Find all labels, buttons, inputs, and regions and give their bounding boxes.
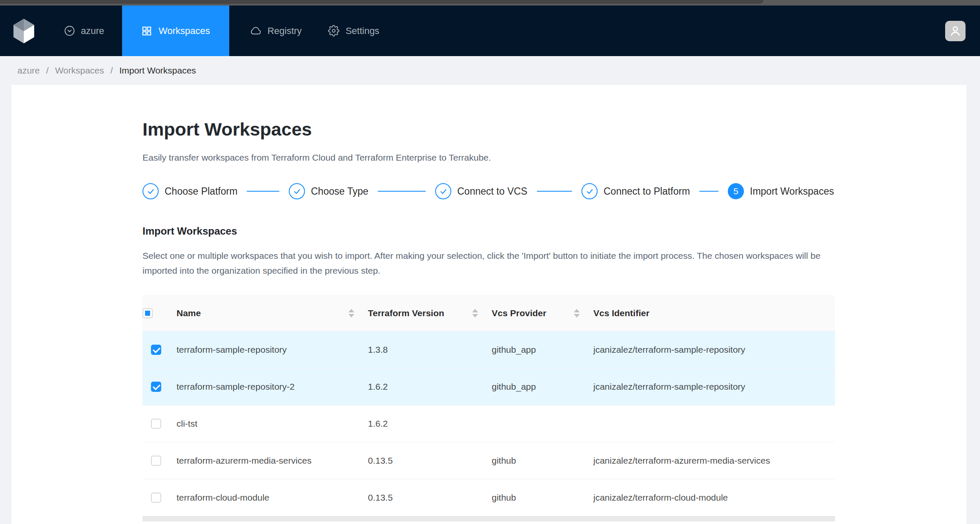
registry-cloud-icon xyxy=(250,25,262,37)
step-connect-to-vcs[interactable]: Connect to VCS xyxy=(435,183,581,199)
breadcrumb-separator: / xyxy=(111,65,113,76)
nav-tab-workspaces[interactable]: Workspaces xyxy=(122,6,229,56)
row-checkbox[interactable] xyxy=(151,456,161,466)
cell-vcs-provider: github_app xyxy=(485,345,587,355)
step-check-icon xyxy=(435,183,451,199)
section-description: Select one or multiple workspaces that y… xyxy=(142,248,835,278)
cell-vcs-identifier: jcanizalez/terraform-azurerm-media-servi… xyxy=(587,456,835,466)
select-all-checkbox-cell xyxy=(142,295,170,331)
nav-tab-settings-label: Settings xyxy=(345,25,379,37)
cell-terraform-version: 1.6.2 xyxy=(361,382,485,392)
org-name: azure xyxy=(81,25,104,37)
step-choose-platform[interactable]: Choose Platform xyxy=(142,183,289,199)
page-title: Import Workspaces xyxy=(142,118,835,140)
user-avatar-button[interactable] xyxy=(945,21,966,41)
org-switcher[interactable]: azure xyxy=(60,6,108,56)
page-subtitle: Easily transfer workspaces from Terrafor… xyxy=(142,151,835,164)
step-label: Import Workspaces xyxy=(750,186,834,197)
cell-vcs-provider: github xyxy=(485,456,587,466)
cell-vcs-identifier: jcanizalez/terraform-sample-repository xyxy=(587,345,835,355)
cell-name: terraform-sample-repository xyxy=(170,345,361,355)
column-header-vcs-identifier: Vcs Identifier xyxy=(587,295,835,331)
section-title: Import Workspaces xyxy=(142,224,835,238)
step-import-workspaces: 5 Import Workspaces xyxy=(728,183,834,199)
step-label: Connect to VCS xyxy=(457,186,527,197)
column-header-terraform-version[interactable]: Terraform Version xyxy=(361,295,485,331)
column-header-name[interactable]: Name xyxy=(170,295,361,331)
step-connector xyxy=(537,191,572,192)
step-number-badge: 5 xyxy=(728,183,744,199)
step-connector xyxy=(247,191,279,192)
cell-terraform-version: 0.13.5 xyxy=(361,456,485,466)
cell-vcs-identifier: jcanizalez/terraform-cloud-module xyxy=(587,493,835,503)
step-connector xyxy=(378,191,426,192)
top-navbar: azure Workspaces Registry Settings xyxy=(0,6,980,56)
cell-vcs-provider: github xyxy=(485,493,587,503)
table-row[interactable]: terraform-cloud-module 0.13.5 github jca… xyxy=(142,479,835,516)
cell-name: terraform-sample-repository-2 xyxy=(170,382,361,392)
cell-name: terraform-azurerm-media-services xyxy=(170,456,361,466)
sort-carets-icon xyxy=(574,309,580,317)
cell-terraform-version: 0.13.5 xyxy=(361,493,485,503)
sort-carets-icon xyxy=(472,309,478,317)
cell-name: cli-tst xyxy=(170,419,361,429)
cell-vcs-provider: github_app xyxy=(485,382,587,392)
step-connect-to-platform[interactable]: Connect to Platform xyxy=(581,183,728,199)
table-header-row: Name Terraform Version Vcs Provider Vcs … xyxy=(142,295,835,331)
nav-tab-registry[interactable]: Registry xyxy=(245,6,306,56)
row-checkbox[interactable] xyxy=(151,493,161,503)
breadcrumb: azure / Workspaces / Import Workspaces xyxy=(0,56,980,85)
cell-vcs-identifier: jcanizalez/terraform-sample-repository xyxy=(587,382,835,392)
step-choose-type[interactable]: Choose Type xyxy=(289,183,435,199)
terrakube-logo-icon[interactable] xyxy=(13,19,35,43)
import-stepper: Choose Platform Choose Type Connect to V… xyxy=(142,183,835,199)
nav-tab-settings[interactable]: Settings xyxy=(324,6,384,56)
column-header-vcs-provider[interactable]: Vcs Provider xyxy=(485,295,587,331)
cell-terraform-version: 1.6.2 xyxy=(361,419,485,429)
step-check-icon xyxy=(142,183,159,199)
nav-tab-registry-label: Registry xyxy=(268,25,302,37)
cell-name: terraform-cloud-module xyxy=(170,493,361,503)
settings-gear-icon xyxy=(328,25,339,37)
main-content-card: Import Workspaces Easily transfer worksp… xyxy=(11,85,966,524)
sort-carets-icon xyxy=(348,309,354,317)
step-label: Choose Platform xyxy=(165,186,237,197)
row-checkbox[interactable] xyxy=(151,419,161,429)
row-checkbox[interactable] xyxy=(151,345,161,355)
table-row[interactable]: terraform-sample-repository-2 1.6.2 gith… xyxy=(142,368,835,405)
nav-tab-workspaces-label: Workspaces xyxy=(159,25,210,37)
browser-chrome-strip xyxy=(0,0,980,6)
row-checkbox[interactable] xyxy=(151,382,161,392)
table-row[interactable]: terraform-azurerm-media-services 0.13.5 … xyxy=(142,442,835,479)
step-connector xyxy=(699,191,718,192)
step-label: Connect to Platform xyxy=(604,186,690,197)
cell-terraform-version: 1.3.8 xyxy=(361,345,485,355)
browser-tab-edge xyxy=(0,0,763,4)
user-person-icon xyxy=(949,24,962,38)
workspaces-grid-icon xyxy=(141,25,152,37)
step-check-icon xyxy=(289,183,305,199)
step-check-icon xyxy=(581,183,598,199)
table-row[interactable]: cli-tst 1.6.2 xyxy=(142,405,835,442)
workspaces-table: Name Terraform Version Vcs Provider Vcs … xyxy=(142,295,835,521)
table-row[interactable]: terraform-sample-repository 1.3.8 github… xyxy=(142,331,835,368)
breadcrumb-workspaces[interactable]: Workspaces xyxy=(55,65,104,76)
step-label: Choose Type xyxy=(311,186,368,197)
breadcrumb-org[interactable]: azure xyxy=(17,65,40,76)
org-circle-chevron-icon xyxy=(64,25,75,37)
breadcrumb-current-page: Import Workspaces xyxy=(119,65,196,76)
table-scroll-strip xyxy=(142,516,835,521)
breadcrumb-separator: / xyxy=(46,65,49,76)
select-all-checkbox[interactable] xyxy=(142,308,153,318)
